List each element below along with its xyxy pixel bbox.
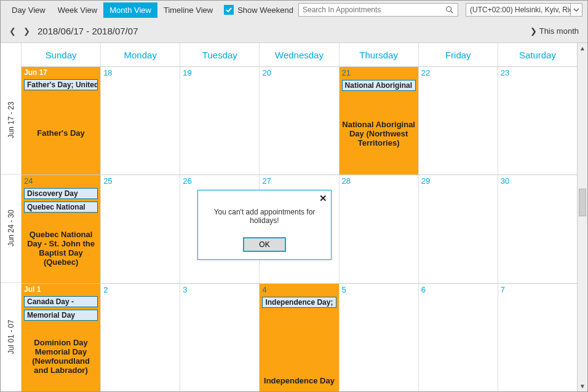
day-number: 5	[340, 284, 418, 296]
appointment[interactable]: National Aboriginal	[342, 80, 416, 91]
show-weekend-checkbox[interactable]: Show Weekend	[224, 5, 293, 15]
appointment[interactable]: Quebec National	[24, 202, 98, 213]
timezone-value: (UTC+02:00) Helsinki, Kyiv, Riga, S	[470, 6, 570, 14]
ok-button[interactable]: OK	[243, 237, 286, 252]
day-number: 2	[101, 284, 180, 296]
day-number: 4	[260, 284, 338, 296]
day-cell[interactable]: Jun 17Father's Day; UnitedFather's Day	[22, 67, 100, 174]
day-cell[interactable]: 19	[180, 67, 259, 174]
search-input[interactable]	[298, 3, 458, 17]
appointment[interactable]: Canada Day -	[24, 296, 98, 307]
day-cell[interactable]: Jul 1Canada Day -Memorial DayDominion Da…	[22, 284, 100, 391]
day-number: 30	[498, 175, 577, 187]
alert-dialog: ✕ You can't add appointments for holiday…	[197, 190, 332, 260]
view-week-view[interactable]: Week View	[52, 2, 104, 18]
day-number: 25	[101, 175, 180, 187]
day-cell[interactable]: 5	[339, 284, 418, 391]
search-icon[interactable]	[445, 6, 454, 14]
prev-button[interactable]: ❮	[9, 26, 16, 36]
day-number: 3	[180, 284, 259, 296]
day-header: Thursday	[339, 43, 418, 66]
holiday-title: Independence Day	[260, 374, 338, 388]
nav-bar: ❮ ❯ 2018/06/17 - 2018/07/07 ❯ This month	[1, 19, 587, 42]
holiday-title: Quebec National Day - St. John the Bapti…	[22, 227, 100, 269]
day-cell[interactable]: 4Independence Day;Independence Day	[259, 284, 338, 391]
day-cell[interactable]: 28	[339, 175, 418, 283]
day-cell[interactable]: 7	[498, 284, 577, 391]
day-number: 23	[498, 67, 577, 79]
appointment[interactable]: Discovery Day	[24, 188, 98, 199]
day-number: Jun 17	[22, 67, 100, 78]
date-range: 2018/06/17 - 2018/07/07	[38, 26, 138, 36]
day-number: 28	[340, 175, 418, 187]
dialog-message: You can't add appointments for holidays!	[198, 190, 331, 231]
appointment[interactable]: Independence Day;	[262, 297, 336, 308]
svg-point-0	[447, 7, 451, 12]
day-number: 24	[22, 175, 100, 187]
day-number: 27	[260, 175, 338, 187]
row-label: Jun 17 - 23	[1, 66, 21, 174]
day-number: 21	[340, 67, 418, 79]
holiday-title: Dominion Day Memorial Day (Newfoundland …	[22, 335, 100, 377]
day-cell[interactable]: 18	[100, 67, 180, 174]
timezone-select[interactable]: (UTC+02:00) Helsinki, Kyiv, Riga, S	[466, 3, 582, 17]
row-label: Jul 01 - 07	[1, 283, 21, 391]
view-month-view[interactable]: Month View	[103, 2, 157, 18]
row-label: Jun 24 - 30	[1, 174, 21, 283]
scroll-track[interactable]	[578, 53, 587, 381]
day-cell[interactable]: 24Discovery DayQuebec NationalQuebec Nat…	[22, 175, 100, 283]
day-number: 26	[180, 175, 259, 187]
scroll-thumb[interactable]	[579, 189, 586, 216]
close-icon[interactable]: ✕	[319, 193, 327, 204]
toolbar: Day ViewWeek ViewMonth ViewTimeline View…	[1, 1, 587, 19]
day-header: Tuesday	[180, 43, 259, 66]
day-number: 7	[498, 284, 577, 296]
next-button[interactable]: ❯	[23, 26, 30, 36]
day-number: Jul 1	[22, 284, 100, 295]
day-cell[interactable]: 20	[259, 67, 338, 174]
day-number: 29	[419, 175, 498, 187]
search-field[interactable]	[303, 6, 445, 14]
day-cell[interactable]: 29	[418, 175, 498, 283]
calendar-row: Jul 1Canada Day -Memorial DayDominion Da…	[22, 283, 577, 391]
holiday-title: Father's Day	[22, 126, 100, 140]
day-number: 6	[419, 284, 498, 296]
appointment[interactable]: Memorial Day	[24, 310, 98, 321]
scroll-up-icon[interactable]: ▲	[578, 43, 587, 53]
chevron-down-icon	[570, 4, 579, 16]
day-cell[interactable]: 30	[498, 175, 577, 283]
row-labels: Jun 17 - 23Jun 24 - 30Jul 01 - 07	[1, 43, 22, 391]
day-cell[interactable]: 23	[498, 67, 577, 174]
scroll-down-icon[interactable]: ▼	[578, 381, 587, 391]
day-cell[interactable]: 21National AboriginalNational Aboriginal…	[339, 67, 418, 174]
holiday-title: National Aboriginal Day (Northwest Terri…	[340, 117, 418, 150]
chevron-right-icon: ❯	[530, 26, 537, 36]
appointment[interactable]: Father's Day; United	[24, 79, 98, 90]
calendar-app: Day ViewWeek ViewMonth ViewTimeline View…	[0, 0, 588, 392]
day-header: Sunday	[22, 43, 100, 66]
day-cell[interactable]: 6	[418, 284, 498, 391]
calendar-row: Jun 17Father's Day; UnitedFather's Day18…	[22, 66, 577, 174]
checkmark-icon	[224, 5, 234, 15]
day-cell[interactable]: 25	[100, 175, 180, 283]
day-cell[interactable]: 3	[180, 284, 259, 391]
day-cell[interactable]: 22	[418, 67, 498, 174]
day-number: 20	[260, 67, 338, 79]
day-headers: SundayMondayTuesdayWednesdayThursdayFrid…	[22, 43, 577, 66]
day-header: Monday	[100, 43, 180, 66]
svg-line-1	[451, 11, 453, 14]
day-number: 22	[419, 67, 498, 79]
scrollbar[interactable]: ▲ ▼	[577, 43, 587, 391]
day-header: Friday	[418, 43, 498, 66]
day-number: 18	[101, 67, 180, 79]
view-timeline-view[interactable]: Timeline View	[157, 2, 219, 18]
day-header: Saturday	[498, 43, 577, 66]
day-cell[interactable]: 2	[100, 284, 180, 391]
day-header: Wednesday	[259, 43, 338, 66]
this-month-button[interactable]: ❯ This month	[530, 26, 579, 36]
day-number: 19	[180, 67, 259, 79]
show-weekend-label: Show Weekend	[237, 6, 293, 15]
view-day-view[interactable]: Day View	[6, 2, 52, 18]
